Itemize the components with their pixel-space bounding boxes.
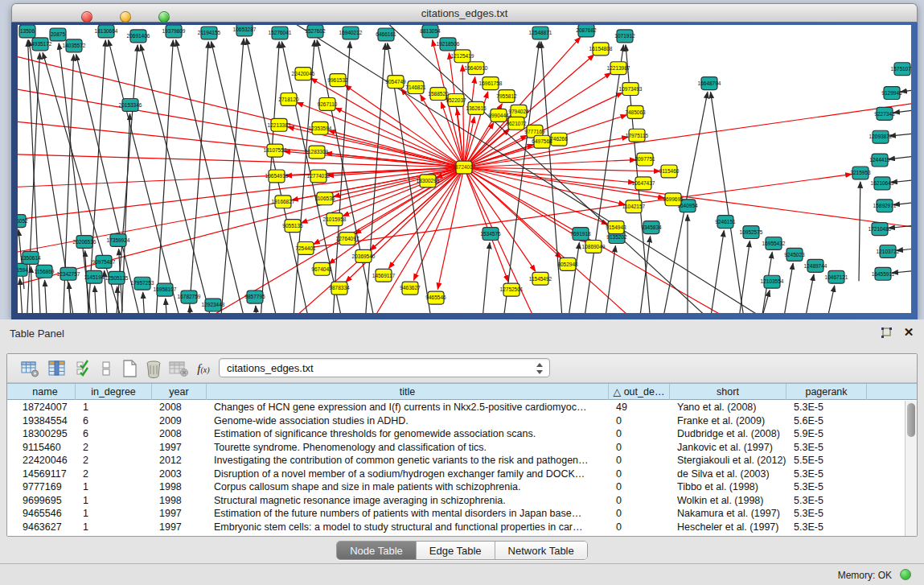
table-selector-dropdown[interactable]: citations_edges.txt (219, 358, 550, 377)
network-node[interactable]: 12505135 (105, 271, 129, 284)
tab-network-table[interactable]: Network Table (495, 542, 587, 560)
network-node[interactable]: 9857795 (244, 290, 265, 303)
table-row[interactable]: 2242004622012Investigating the contribut… (7, 454, 905, 468)
table-vertical-scrollbar[interactable] (905, 401, 917, 536)
network-node[interactable]: 2097751 (634, 153, 655, 166)
network-node[interactable]: 21194155 (198, 27, 221, 39)
network-node[interactable]: 22420046 (292, 68, 315, 80)
network-node[interactable]: 19218506 (437, 38, 460, 51)
network-node[interactable]: 9794024 (508, 105, 529, 117)
network-node[interactable]: 9227343 (874, 107, 895, 120)
network-node[interactable]: 7691918 (570, 228, 591, 241)
network-node[interactable]: 9463627 (400, 282, 421, 295)
network-node[interactable]: 1350614 (20, 251, 41, 264)
network-node[interactable]: 9674041 (311, 262, 332, 275)
network-node[interactable]: 17359924 (107, 234, 130, 247)
network-node[interactable]: 1145194 (84, 270, 105, 283)
network-node[interactable]: 16961758 (479, 77, 503, 90)
network-node[interactable]: 1534576 (480, 228, 501, 241)
network-node[interactable]: 7955812 (496, 90, 517, 103)
table-row[interactable]: 1872400712008Changes of HCN gene express… (7, 401, 905, 414)
network-node[interactable]: 14035572 (63, 39, 86, 52)
network-node[interactable]: 12923448 (202, 299, 225, 311)
tab-edge-table[interactable]: Edge Table (417, 542, 495, 560)
table-row[interactable]: 1456911722003Disruption of a novel membe… (7, 468, 905, 481)
table-row[interactable]: 1830029562008Estimation of significance … (7, 427, 905, 441)
scrollbar-thumb[interactable] (907, 403, 915, 437)
network-node[interactable]: 18724007 (453, 161, 476, 174)
network-node[interactable]: 7146821 (405, 81, 426, 94)
network-node[interactable]: 15751074 (891, 63, 911, 76)
network-node[interactable]: 1362615 (466, 101, 487, 114)
network-node[interactable]: 12342757 (57, 267, 80, 280)
network-node[interactable]: 9345834 (641, 221, 662, 234)
column-header-year[interactable]: year (152, 384, 207, 400)
row-height-icon[interactable] (97, 357, 113, 380)
network-canvas[interactable]: 1872400718300295135062087514935172140355… (18, 25, 911, 313)
network-node[interactable]: 17210480 (869, 223, 892, 236)
network-node[interactable]: 20369540 (352, 249, 376, 262)
delete-table-icon[interactable] (142, 357, 165, 380)
network-node[interactable]: 18107554 (264, 144, 287, 157)
network-node[interactable]: 21015958 (323, 213, 347, 226)
select-rows-icon[interactable] (73, 357, 96, 380)
table-row[interactable]: 911546021997Tourette syndrome. Phenomeno… (7, 441, 905, 455)
table-row[interactable]: 977716911998Corpus callosum shape and si… (7, 480, 905, 494)
network-node[interactable]: 12125419 (451, 50, 474, 63)
network-node[interactable]: 3215953 (850, 167, 871, 179)
network-node[interactable]: 16640910 (465, 62, 488, 75)
function-builder-icon[interactable]: f(x) (192, 357, 215, 380)
network-node[interactable]: 9699695 (663, 193, 684, 206)
network-node[interactable]: 16955432 (762, 237, 786, 250)
network-window-titlebar[interactable]: citations_edges.txt (11, 3, 918, 23)
network-node[interactable]: 10869049 (582, 241, 606, 253)
network-node[interactable]: 2087682 (576, 25, 597, 37)
network-node[interactable]: 9267110 (318, 97, 338, 110)
column-header-short[interactable]: short (670, 384, 786, 400)
network-node[interactable]: 16782759 (178, 290, 201, 303)
network-node[interactable]: 17957253 (131, 277, 154, 290)
network-node[interactable]: 19379809 (162, 25, 186, 38)
network-node[interactable]: 20691406 (127, 30, 150, 43)
network-node[interactable]: 1244419 (869, 154, 890, 167)
network-node[interactable]: 16455911 (872, 267, 895, 280)
table-row[interactable]: 969969511998Structural magnetic resonanc… (7, 494, 905, 508)
network-node[interactable]: 11545492 (529, 272, 552, 285)
column-header-out_de[interactable]: △ out_de… (609, 384, 670, 400)
column-header-in_degree[interactable]: in_degree (76, 384, 152, 400)
column-header-pagerank[interactable]: pagerank (786, 384, 867, 400)
network-node[interactable]: 391594 (18, 263, 28, 276)
network-node[interactable]: 9621072 (506, 117, 527, 130)
network-node[interactable]: 12103554 (761, 275, 784, 288)
network-node[interactable]: 7485063 (625, 105, 646, 118)
network-node[interactable]: 9154943 (606, 221, 626, 234)
network-node[interactable]: 16958107 (154, 283, 177, 296)
network-node[interactable]: 15276041 (269, 27, 292, 39)
network-node[interactable]: 9522037 (446, 94, 466, 107)
network-node[interactable]: 8052948 (557, 257, 578, 270)
network-node[interactable]: 20153346 (119, 98, 142, 111)
column-header-name[interactable]: name (15, 384, 76, 400)
network-node[interactable]: 7254401 (295, 241, 316, 254)
network-node[interactable]: 15892971 (873, 200, 897, 212)
network-node[interactable]: 90975487 (92, 255, 116, 268)
network-node[interactable]: 2616052 (18, 215, 28, 228)
network-node[interactable]: 10467121 (825, 270, 848, 283)
network-node[interactable]: 18300295 (417, 175, 440, 187)
network-node[interactable]: 10952575 (740, 226, 763, 239)
network-node[interactable]: 10653287 (233, 25, 257, 36)
network-node[interactable]: 13506 (19, 25, 35, 38)
network-node[interactable]: 16648794 (698, 77, 721, 90)
float-panel-icon[interactable] (879, 326, 893, 340)
network-node[interactable]: 1527602 (305, 25, 326, 38)
network-node[interactable]: 9115460 (659, 165, 680, 178)
network-node[interactable]: 6497568 (532, 135, 552, 148)
table-row[interactable]: 946554611997Estimation of the future num… (7, 507, 905, 521)
network-node[interactable]: 14569117 (372, 269, 396, 282)
network-node[interactable]: 16154808 (589, 43, 613, 56)
table-row[interactable]: 1938455462009Genome-wide association stu… (7, 414, 905, 428)
tab-node-table[interactable]: Node Table (337, 542, 417, 560)
network-node[interactable]: 12548871 (529, 27, 552, 39)
network-node[interactable]: 9246151 (715, 216, 736, 229)
network-node[interactable]: 12774032 (307, 170, 331, 183)
